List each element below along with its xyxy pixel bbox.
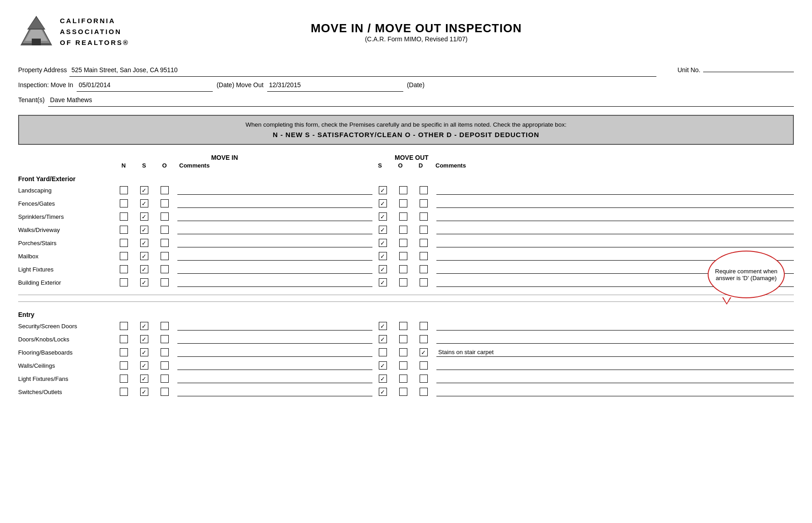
checkbox-n-doorknobs[interactable] — [120, 335, 128, 343]
checkbox-n-bldgext[interactable] — [120, 278, 128, 286]
checkbox-o-flooring[interactable] — [161, 348, 169, 356]
checkbox-d-out-switches[interactable] — [420, 388, 428, 396]
checkbox-n-walls[interactable] — [120, 361, 128, 370]
checkbox-s-secscreen[interactable] — [140, 322, 148, 330]
checkbox-s-doorknobs[interactable] — [140, 335, 148, 343]
checkbox-s-out-walks[interactable] — [379, 226, 387, 234]
checkbox-o-fences[interactable] — [161, 199, 169, 207]
checkbox-d-out-lightfixtures[interactable] — [420, 265, 428, 273]
checkbox-o-landscaping[interactable] — [161, 186, 169, 194]
checkbox-o-out-mailbox[interactable] — [399, 252, 407, 260]
checkbox-s-out-fences[interactable] — [379, 199, 387, 207]
checkbox-d-out-flooring[interactable] — [420, 348, 428, 356]
checkbox-n-walks[interactable] — [120, 226, 128, 234]
checkbox-s-landscaping[interactable] — [140, 186, 148, 194]
inspection-row: Inspection: Move In 05/01/2014 (Date) Mo… — [18, 79, 794, 92]
header-comments-in: Comments — [175, 162, 370, 169]
checkbox-s-out-lightfans[interactable] — [379, 375, 387, 383]
checkbox-s-out-secscreen[interactable] — [379, 322, 387, 330]
checkbox-d-out-secscreen[interactable] — [420, 322, 428, 330]
checkbox-s-out-bldgext[interactable] — [379, 278, 387, 286]
checkbox-o-sprinklers[interactable] — [161, 212, 169, 221]
checkbox-o-out-bldgext[interactable] — [399, 278, 407, 286]
checkbox-n-porches[interactable] — [120, 239, 128, 247]
checkbox-o-doorknobs[interactable] — [161, 335, 169, 343]
checkbox-n-switches[interactable] — [120, 388, 128, 396]
checkbox-s-walls[interactable] — [140, 361, 148, 370]
checkbox-s-fences[interactable] — [140, 199, 148, 207]
checkbox-n-fences[interactable] — [120, 199, 128, 207]
checkbox-o-switches[interactable] — [161, 388, 169, 396]
checkbox-o-out-switches[interactable] — [399, 388, 407, 396]
checkbox-n-lightfixtures[interactable] — [120, 265, 128, 273]
checkbox-d-out-porches[interactable] — [420, 239, 428, 247]
checkbox-o-bldgext[interactable] — [161, 278, 169, 286]
checkbox-s-sprinklers[interactable] — [140, 212, 148, 221]
checkbox-d-out-walks[interactable] — [420, 226, 428, 234]
checkbox-d-out-bldgext[interactable] — [420, 278, 428, 286]
flooring-comment-text: Stains on stair carpet — [438, 349, 494, 355]
checkbox-d-out-doorknobs[interactable] — [420, 335, 428, 343]
checkbox-s-out-switches[interactable] — [379, 388, 387, 396]
checkbox-d-out-landscaping[interactable] — [420, 186, 428, 194]
checkbox-o-lightfans[interactable] — [161, 375, 169, 383]
checkbox-o-secscreen[interactable] — [161, 322, 169, 330]
checkbox-s-switches[interactable] — [140, 388, 148, 396]
checkbox-s-porches[interactable] — [140, 239, 148, 247]
checkbox-n-flooring[interactable] — [120, 348, 128, 356]
item-label: Light Fixtures — [18, 266, 113, 273]
checkbox-o-out-doorknobs[interactable] — [399, 335, 407, 343]
checkbox-o-out-flooring[interactable] — [399, 348, 407, 356]
checkbox-s-flooring[interactable] — [140, 348, 148, 356]
checkbox-o-out-porches[interactable] — [399, 239, 407, 247]
checkbox-s-out-sprinklers[interactable] — [379, 212, 387, 221]
bubble-text: Require comment when answer is 'D' (Dama… — [713, 268, 779, 281]
comment-out-porches — [436, 238, 794, 247]
checkbox-d-out-fences[interactable] — [420, 199, 428, 207]
checkbox-n — [113, 186, 134, 194]
checkbox-s-out-landscaping[interactable] — [379, 186, 387, 194]
checkbox-o-porches[interactable] — [161, 239, 169, 247]
checkbox-s-lightfans[interactable] — [140, 375, 148, 383]
checkbox-o-out-sprinklers[interactable] — [399, 212, 407, 221]
checkbox-o-mailbox[interactable] — [161, 252, 169, 260]
checkbox-s-out-lightfixtures[interactable] — [379, 265, 387, 273]
checkbox-n-sprinklers[interactable] — [120, 212, 128, 221]
page-header: CALIFORNIA ASSOCIATION OF REALTORS® MOVE… — [18, 14, 794, 50]
checkbox-d-out-lightfans[interactable] — [420, 375, 428, 383]
comment-in-switches — [177, 387, 372, 396]
svg-marker-5 — [28, 17, 44, 29]
checkbox-o-lightfixtures[interactable] — [161, 265, 169, 273]
checkbox-o-out-lightfixtures[interactable] — [399, 265, 407, 273]
checkbox-n-landscaping[interactable] — [120, 186, 128, 194]
checkbox-o-out-landscaping[interactable] — [399, 186, 407, 194]
checkbox-d-out-walls[interactable] — [420, 361, 428, 370]
checkbox-s-lightfixtures[interactable] — [140, 265, 148, 273]
checkbox-s-out-flooring[interactable] — [379, 348, 387, 356]
checkbox-s-out-walls[interactable] — [379, 361, 387, 370]
checkbox-o-out-fences[interactable] — [399, 199, 407, 207]
checkbox-n-secscreen[interactable] — [120, 322, 128, 330]
checkbox-d-out-mailbox[interactable] — [420, 252, 428, 260]
unit-value — [703, 72, 794, 72]
checkbox-s-mailbox[interactable] — [140, 252, 148, 260]
checkbox-o-out-secscreen[interactable] — [399, 322, 407, 330]
checkbox-s-out-porches[interactable] — [379, 239, 387, 247]
checkbox-o-walks[interactable] — [161, 226, 169, 234]
checkbox-o-out-lightfans[interactable] — [399, 375, 407, 383]
checkbox-o-out-walks[interactable] — [399, 226, 407, 234]
checkbox-s — [134, 186, 154, 194]
comment-in-secscreen — [177, 321, 372, 331]
checkbox-o-out-walls[interactable] — [399, 361, 407, 370]
checkbox-s-walks[interactable] — [140, 226, 148, 234]
item-label: Porches/Stairs — [18, 240, 113, 247]
checkbox-s-out-doorknobs[interactable] — [379, 335, 387, 343]
checkbox-d-out-sprinklers[interactable] — [420, 212, 428, 221]
checkbox-s-bldgext[interactable] — [140, 278, 148, 286]
comment-in-walls — [177, 361, 372, 370]
checkbox-n-mailbox[interactable] — [120, 252, 128, 260]
checkbox-s-out-mailbox[interactable] — [379, 252, 387, 260]
org-name: CALIFORNIA ASSOCIATION OF REALTORS® — [60, 15, 129, 48]
checkbox-n-lightfans[interactable] — [120, 375, 128, 383]
checkbox-o-walls[interactable] — [161, 361, 169, 370]
